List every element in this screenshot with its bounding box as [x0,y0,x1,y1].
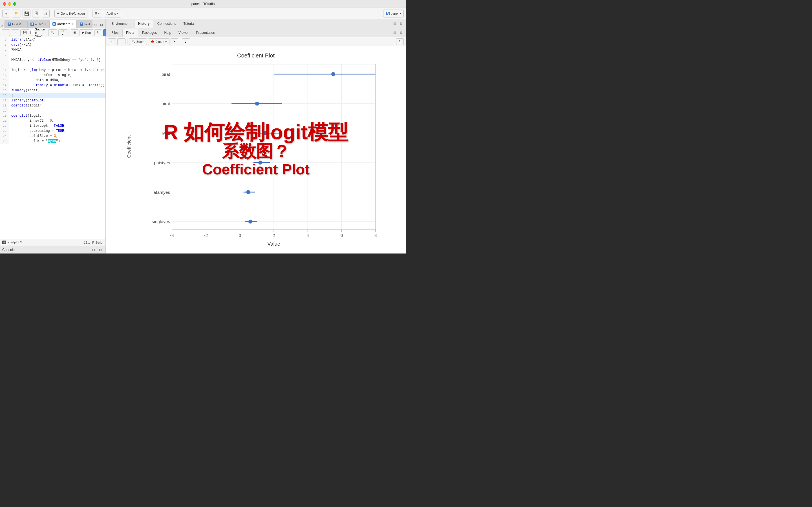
r-file-icon-4: R [80,22,83,26]
panel-button[interactable]: R panel ▾ [383,10,404,17]
close-traffic-light[interactable] [3,2,6,6]
tab-plots[interactable]: Plots [122,29,138,37]
maximize-console-button[interactable]: ⊠ [98,247,103,252]
editor-status-bar: # coefplot ⇅ 16:1 R Script [0,239,105,245]
tab-close-logit[interactable]: × [22,22,24,25]
code-line-18: 18 coefplot(logit) [0,103,105,108]
code-line-13: 13 data = HMDA, [0,78,105,83]
addins-button[interactable]: Addins ▾ [104,10,121,17]
source-on-save-label[interactable]: Source on Save [31,27,45,38]
forward-button[interactable]: → [11,29,19,36]
code-line-16: 16 | [0,93,105,98]
plot-area: Coefficient Plot [106,46,406,253]
right-panel: Environment History Connections Tutorial… [106,19,406,253]
code-line-15: 15 summary(logit) [0,88,105,93]
svg-point-33 [255,102,259,106]
tab-close-up[interactable]: × [45,22,46,25]
run-button[interactable]: ▶ Run [80,29,93,36]
editor-toolbar: ← → 💾 Source on Save 🔍 ✨ ▾ ⊟ ▶ Run ↻ → S… [0,28,105,37]
minimize-traffic-light[interactable] [8,2,11,6]
console-tab[interactable]: Console ⊟ ⊠ [0,245,105,253]
zoom-button[interactable]: 🔍 Zoom [129,38,147,45]
code-line-8: 8 [0,52,105,57]
code-line-11: 11 logit <- glm(deny ~ pirat + hirat + l… [0,68,105,73]
collapse-editor-button[interactable]: ⊟ [93,22,98,28]
code-editor[interactable]: 5 library(AER) 6 data(HMDA) 7 ?HMDA 8 9 … [0,37,105,239]
main-content: × R logit.R × R up.R* × R Untitled2* × [0,19,406,253]
r-icon: R [386,12,390,15]
right-bottom-nav: Files Plots Packages Help Viewer Present… [106,28,406,37]
save-editor-button[interactable]: 💾 [20,29,29,36]
tab-files[interactable]: Files [108,29,122,37]
maximize-traffic-light[interactable] [13,2,16,6]
tab-tutorial[interactable]: Tutorial [180,20,198,27]
tab-viewer[interactable]: Viewer [175,29,192,37]
plot-forward-button[interactable]: → [117,38,125,45]
tab-presentation[interactable]: Presentation [193,29,218,37]
svg-text:4: 4 [306,233,309,238]
close-plot-button[interactable]: ✕ [170,38,178,45]
editor-panel: × R logit.R × R up.R* × R Untitled2* × [0,19,106,253]
source-on-save-checkbox[interactable] [31,31,34,34]
tab-bar: × R logit.R × R up.R* × R Untitled2* × [0,19,105,28]
console-label: Console [2,248,15,252]
expand-right-bottom-button[interactable]: ⊠ [398,30,404,36]
grid-button[interactable]: ⊞ ▾ [92,10,102,17]
compile-button[interactable]: ⊟ [71,29,79,36]
tab-up[interactable]: R up.R* × [28,20,49,28]
back-button[interactable]: ← [2,29,10,36]
tab-history[interactable]: History [134,20,153,27]
close-all-tabs-button[interactable]: × [0,23,4,28]
code-line-5: 5 library(AER) [0,37,105,42]
plot-sep-1 [127,39,128,44]
coefficient-plot-svg: Coefficient Plot [106,46,406,253]
tab-packages[interactable]: Packages [139,29,160,37]
svg-text:singleyes: singleyes [152,219,170,224]
script-type-label: coefplot ⇅ [8,240,23,244]
main-toolbar: + 📂 💾 🗄 🖨 ➜ Go to file/function ⊞ ▾ Addi… [0,8,406,19]
script-type: R Script [92,241,103,244]
tab-connections[interactable]: Connections [154,20,180,27]
plot-back-button[interactable]: ← [108,38,116,45]
traffic-lights [3,2,16,6]
svg-text:pirat: pirat [161,72,170,76]
collapse-right-bottom-button[interactable]: ⊟ [392,30,398,36]
tab-close-untitled2[interactable]: × [72,22,73,25]
save-button[interactable]: 💾 [22,10,31,17]
goto-file-button[interactable]: ➜ Go to file/function [54,10,87,17]
tab-logit[interactable]: R logit.R × [4,20,28,28]
export-button[interactable]: 📤 Export ▾ [148,38,169,45]
collapse-right-top-button[interactable]: ⊟ [392,21,398,26]
toolbar-separator-2 [90,10,90,17]
tab-help[interactable]: Help [161,29,174,37]
plot-sep-2 [180,39,180,44]
new-file-button[interactable]: + [2,10,10,17]
expand-console-button[interactable]: ⊟ [91,247,96,252]
titlebar: panel - RStudio [0,0,406,8]
svg-text:afamyes: afamyes [153,190,170,194]
save-all-button[interactable]: 🗄 [32,10,40,17]
print-button[interactable]: 🖨 [42,10,50,17]
code-line-17: 17 library(coefplot) [0,98,105,103]
open-button[interactable]: 📂 [12,10,21,17]
expand-right-top-button[interactable]: ⊠ [398,21,404,26]
expand-editor-button[interactable]: ⊠ [99,22,104,28]
search-button[interactable]: 🔍 [48,29,57,36]
code-line-14: 14 family = binomial(link = "logit")) [0,83,105,88]
tab-logit-effect[interactable]: R logit_effect.R × [77,20,93,28]
refresh-button[interactable]: ↻ [396,38,404,45]
arrow-right-icon: ➜ [57,11,59,15]
tab-untitled2[interactable]: R Untitled2* × [49,20,77,28]
r-file-icon-2: R [31,22,34,26]
code-line-19: 19 [0,108,105,113]
code-line-20: 20 coefplot(logit, [0,113,105,118]
script-type-icon: # [2,240,6,244]
svg-text:-4: -4 [170,233,174,238]
rerun-button[interactable]: ↻ [94,29,102,36]
svg-point-37 [258,161,262,165]
brush-button[interactable]: 🖌 [182,38,190,45]
tab-environment[interactable]: Environment [108,20,134,27]
svg-text:lvrat: lvrat [162,131,170,135]
svg-text:phistyes: phistyes [154,160,170,165]
wand-button[interactable]: ✨ ▾ [58,29,67,36]
